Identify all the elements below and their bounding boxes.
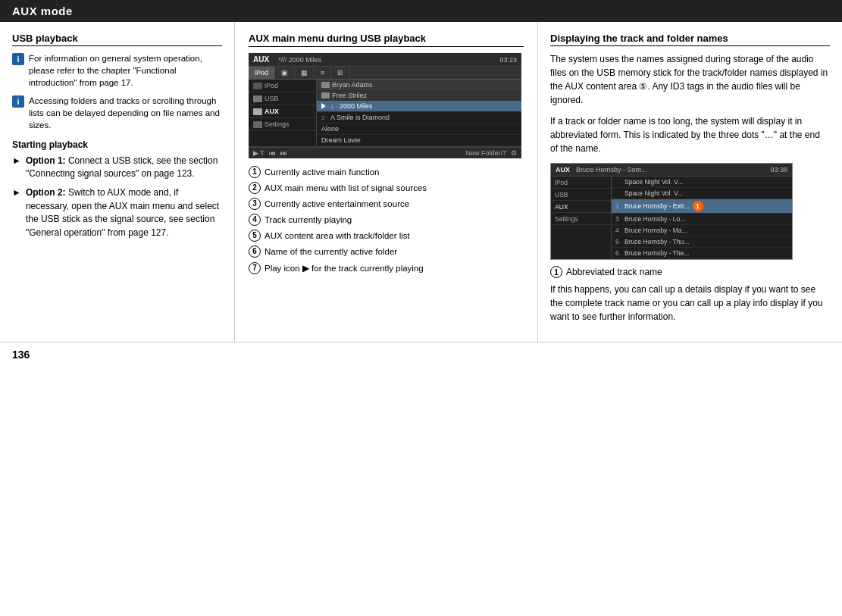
track-item-3[interactable]: Alone	[317, 124, 521, 135]
aux2-track-3[interactable]: 1 Bruce Hornsby - Extr... 1	[612, 199, 792, 214]
aux2-content: Space Night Vol. V... Space Night Vol. V…	[612, 177, 792, 259]
callout-2: 2 AUX main menu with list of signal sour…	[249, 182, 524, 194]
callout-text-2: AUX main menu with list of signal source…	[264, 182, 427, 194]
option-2-row: ► Option 2: Switch to AUX mode and, if n…	[12, 186, 222, 239]
aux-nav-ipod[interactable]: iPod	[249, 67, 275, 79]
aux-nav-2[interactable]: ▦	[295, 67, 315, 79]
aux-sidebar-usb[interactable]: USB	[249, 92, 316, 105]
callout-text-4: Track currently playing	[264, 214, 352, 226]
aux-sidebar-aux[interactable]: AUX	[249, 105, 316, 118]
ipod-icon	[253, 83, 262, 89]
aux-nav-3[interactable]: ≡	[315, 67, 331, 79]
track-num-2: 2 ·	[321, 114, 328, 121]
arrow-icon-2: ►	[12, 187, 21, 198]
aux-sidebar-ipod[interactable]: iPod	[249, 80, 316, 92]
aux2-track-6[interactable]: 5 Bruce Hornsby - Thu...	[612, 236, 792, 248]
aux2-trackname-4: Bruce Hornsby - Lo...	[624, 215, 685, 223]
page-title: AUX mode	[12, 5, 73, 17]
aux-nav-row: iPod ▣ ▦ ≡ ⊞	[249, 67, 521, 80]
info-text-1: For information on general system operat…	[29, 52, 222, 89]
track-item-4[interactable]: Dream Lover	[317, 135, 521, 146]
aux2-header-mid: Bruce Hornsby - Som...	[576, 166, 647, 174]
callout-text-1: Currently active main function	[264, 166, 379, 178]
folder-icon	[321, 82, 330, 88]
folder-label-2: Free Strilez	[332, 92, 367, 99]
aux2-tracknum-6: 5	[615, 238, 623, 245]
folder-label: Bryan Adams	[332, 81, 373, 89]
aux2-tracknum-5: 4	[615, 227, 623, 234]
info-icon-1: i	[12, 53, 24, 65]
callout-num-6: 6	[249, 245, 261, 258]
callout-num-4: 4	[249, 214, 261, 226]
aux-folder-header: Bryan Adams	[317, 80, 521, 90]
aux2-track-7[interactable]: 6 Bruce Hornsby - The...	[612, 248, 792, 259]
aux2-usb-label: USB	[555, 191, 568, 199]
aux2-sidebar-ipod[interactable]: iPod	[551, 177, 611, 189]
aux-header-mid: */// 2000 Miles	[278, 56, 321, 64]
aux2-track-4[interactable]: 3 Bruce Hornsby - Lo...	[612, 214, 792, 225]
callout-list: 1 Currently active main function 2 AUX m…	[249, 166, 524, 274]
info-text-2: Accessing folders and tracks or scrollin…	[29, 95, 222, 131]
aux2-tracknum-4: 3	[615, 215, 623, 223]
aux-screen-1: AUX */// 2000 Miles 03:23 iPod ▣ ▦ ≡ ⊞	[249, 53, 521, 158]
aux2-track-5[interactable]: 4 Bruce Hornsby - Ma...	[612, 225, 792, 236]
aux2-sidebar-settings[interactable]: Settings	[551, 213, 611, 225]
aux2-trackname-7: Bruce Hornsby - The...	[624, 249, 689, 257]
aux-track-list: 1 · 2000 Miles 2 · A Smile is Diamond Al…	[317, 101, 521, 146]
callout-7: 7 Play icon ▶ for the track currently pl…	[249, 262, 524, 274]
aux-nav-1[interactable]: ▣	[275, 67, 295, 79]
abrev-callout-num: 1	[550, 266, 562, 278]
track-item-2[interactable]: 2 · A Smile is Diamond	[317, 112, 521, 124]
aux2-sidebar: iPod USB AUX Settings	[551, 177, 612, 259]
aux-icon	[253, 108, 262, 115]
aux2-aux-label: AUX	[555, 203, 568, 211]
aux2-sidebar-aux[interactable]: AUX	[551, 201, 611, 213]
abrev-callout-text: Abbreviated track name	[566, 267, 662, 277]
callout-num-5: 5	[249, 230, 261, 242]
aux-sidebar-settings[interactable]: Settings	[249, 118, 316, 131]
aux2-track-1[interactable]: Space Night Vol. V...	[612, 177, 792, 188]
right-column: Displaying the track and folder names Th…	[538, 22, 842, 342]
aux-nav-4[interactable]: ⊞	[331, 67, 350, 79]
option-1-label: Option 1:	[26, 155, 66, 166]
callout-num-2: 2	[249, 182, 261, 194]
track-name-1: 2000 Miles	[340, 102, 373, 110]
aux-screen-header: AUX */// 2000 Miles 03:23	[249, 53, 521, 67]
bottom-next-icon: ⏭	[280, 149, 287, 157]
aux-screen-2: AUX Bruce Hornsby - Som... 03:38 iPod US…	[550, 163, 793, 260]
callout-6: 6 Name of the currently active folder	[249, 245, 524, 258]
aux2-body: iPod USB AUX Settings Sp	[551, 177, 792, 259]
arrow-icon-1: ►	[12, 155, 21, 166]
aux2-trackname-5: Bruce Hornsby - Ma...	[624, 227, 687, 234]
bottom-play-icon: ▶ T	[253, 149, 264, 157]
abbreviated-badge: 1	[693, 201, 703, 211]
callout-num-1: 1	[249, 166, 261, 178]
track-item-1[interactable]: 1 · 2000 Miles	[317, 101, 521, 112]
bottom-folder-name: New Folder/7	[465, 149, 506, 157]
aux-folder-header-2: Free Strilez	[317, 90, 521, 101]
aux-sidebar-ipod-label: iPod	[264, 82, 278, 89]
info-box-1: i For information on general system oper…	[12, 52, 222, 89]
aux2-ipod-label: iPod	[555, 179, 568, 186]
aux2-sidebar-usb[interactable]: USB	[551, 189, 611, 201]
aux-content-area: Bryan Adams Free Strilez 1 · 2000 Miles	[317, 80, 521, 146]
callout-3: 3 Currently active entertainment source	[249, 198, 524, 210]
aux2-track-2[interactable]: Space Night Vol. V...	[612, 188, 792, 199]
aux-menu-body: iPod USB AUX Settings	[249, 80, 521, 147]
bottom-prev-icon: ⏮	[269, 149, 276, 157]
usb-icon	[253, 95, 262, 102]
aux-menu-heading: AUX main menu during USB playback	[249, 33, 524, 47]
right-para-1: The system uses the names assigned durin…	[550, 52, 830, 107]
aux2-trackname-6: Bruce Hornsby - Thu...	[624, 238, 689, 245]
aux2-header-time: 03:38	[770, 166, 787, 174]
usb-playback-heading: USB playback	[12, 33, 222, 46]
info-box-2: i Accessing folders and tracks or scroll…	[12, 95, 222, 131]
aux-sidebar-settings-label: Settings	[264, 120, 290, 128]
callout-5: 5 AUX content area with track/folder lis…	[249, 230, 524, 242]
track-num-1: 1 ·	[330, 103, 337, 110]
callout-text-3: Currently active entertainment source	[264, 198, 409, 210]
aux-sidebar-usb-label: USB	[264, 95, 279, 102]
play-icon-track	[321, 103, 326, 109]
aux2-trackname-1: Space Night Vol. V...	[624, 178, 683, 186]
display-names-heading: Displaying the track and folder names	[550, 33, 830, 46]
